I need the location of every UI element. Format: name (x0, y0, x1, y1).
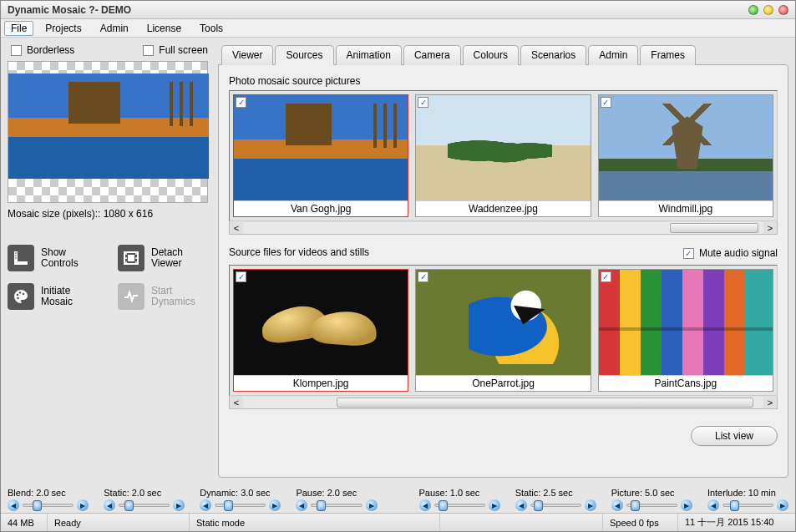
photo-sources-label: Photo mosaic source pictures (229, 75, 778, 87)
slider-static1-left-icon[interactable]: ◀ (104, 499, 115, 511)
tab-frames[interactable]: Frames (640, 45, 696, 65)
borderless-checkbox[interactable] (11, 45, 22, 56)
video-thumb-paintcans[interactable]: ✓ PaintCans.jpg (598, 269, 773, 392)
title-bar: Dynamic Mosaic ?- DEMO (1, 1, 795, 19)
scroll-left-icon[interactable]: < (230, 223, 243, 233)
slider-interlude-right-icon[interactable]: ▶ (777, 499, 788, 511)
photo-scroll-thumb[interactable] (670, 223, 758, 233)
photo-check-2[interactable]: ✓ (601, 97, 611, 108)
ruler-icon (8, 245, 34, 271)
video-scrollbar[interactable]: < > (229, 396, 778, 409)
tab-colours[interactable]: Colours (463, 45, 519, 65)
sliders-row: Blend: 2.0 sec ◀ ▶ Static: 2.0 sec ◀ ▶ D… (1, 484, 795, 513)
content-area: Borderless Full screen Mosaic size (pixe… (1, 38, 795, 484)
right-panel: Viewer Sources Animation Camera Colours … (218, 44, 788, 478)
photo-image-0 (234, 95, 408, 200)
svg-point-5 (125, 257, 127, 259)
slider-static2-left-icon[interactable]: ◀ (515, 499, 527, 511)
slider-static1: Static: 2.0 sec ◀ ▶ (104, 488, 185, 511)
svg-point-11 (19, 291, 22, 294)
svg-point-13 (17, 297, 19, 300)
slider-pause1-left-icon[interactable]: ◀ (296, 499, 307, 511)
slider-picture-left-icon[interactable]: ◀ (611, 499, 623, 511)
slider-dynamic-track[interactable] (215, 504, 266, 507)
menu-license[interactable]: License (140, 21, 188, 36)
tab-sources[interactable]: Sources (275, 45, 333, 65)
tab-admin[interactable]: Admin (588, 45, 638, 65)
slider-pause2-track[interactable] (434, 504, 485, 507)
tab-camera[interactable]: Camera (403, 45, 461, 65)
scroll-right-icon[interactable]: > (763, 398, 777, 408)
tab-scenarios[interactable]: Scenarios (520, 45, 586, 65)
menu-bar: File Projects Admin License Tools (1, 19, 795, 38)
slider-static1-right-icon[interactable]: ▶ (173, 499, 185, 511)
slider-static2: Static: 2.5 sec ◀ ▶ (515, 488, 596, 511)
mute-audio-checkbox[interactable]: ✓ (683, 248, 694, 259)
start-dynamics-label-2: Dynamics (151, 296, 195, 307)
slider-pause2-label: Pause: 1.0 sec (419, 488, 500, 498)
photo-scrollbar[interactable]: < > (229, 221, 778, 235)
slider-static2-track[interactable] (530, 504, 581, 507)
slider-static1-track[interactable] (119, 504, 170, 507)
photo-thumb-windmill[interactable]: ✓ Windmill.jpg (598, 94, 773, 217)
video-scroll-thumb[interactable] (337, 398, 753, 408)
slider-static2-label: Static: 2.5 sec (515, 488, 596, 498)
start-dynamics-button[interactable]: Start Dynamics (118, 283, 211, 310)
video-check-2[interactable]: ✓ (601, 271, 611, 282)
slider-dynamic: Dynamic: 3.0 sec ◀ ▶ (200, 488, 281, 511)
svg-point-6 (125, 261, 127, 263)
menu-file[interactable]: File (4, 21, 33, 36)
detach-viewer-button[interactable]: Detach Viewer (118, 245, 211, 271)
slider-blend-label: Blend: 2.0 sec (8, 488, 89, 498)
video-thumb-klompen[interactable]: ✓ Klompen.jpg (233, 269, 408, 392)
photo-caption-2: Windmill.jpg (599, 200, 773, 216)
slider-picture-track[interactable] (626, 504, 677, 507)
slider-picture-right-icon[interactable]: ▶ (681, 499, 692, 511)
status-bar: 44 MB Ready Static mode Speed 0 fps 11 十… (1, 513, 795, 531)
video-check-0[interactable]: ✓ (236, 271, 246, 282)
status-memory: 44 MB (1, 514, 48, 531)
svg-point-9 (135, 261, 137, 263)
slider-pause1-label: Pause: 2.0 sec (296, 488, 377, 498)
left-panel: Borderless Full screen Mosaic size (pixe… (8, 44, 211, 478)
slider-interlude-left-icon[interactable]: ◀ (707, 499, 719, 511)
scroll-left-icon[interactable]: < (230, 398, 243, 408)
slider-interlude-track[interactable] (722, 504, 773, 507)
initiate-mosaic-button[interactable]: Initiate Mosaic (8, 283, 101, 310)
video-caption-2: PaintCans.jpg (599, 375, 773, 391)
photo-thumb-waddenzee[interactable]: ✓ Waddenzee.jpg (415, 94, 591, 217)
show-controls-button[interactable]: Show Controls (8, 245, 101, 271)
mute-audio-label: Mute audio signal (699, 247, 778, 259)
scroll-right-icon[interactable]: > (763, 223, 777, 233)
video-check-1[interactable]: ✓ (418, 271, 428, 282)
minimize-button[interactable] (748, 5, 758, 15)
film-icon (118, 245, 144, 271)
list-view-button[interactable]: List view (691, 426, 778, 446)
mosaic-size-label: Mosaic size (pixels):: 1080 x 616 (8, 208, 211, 220)
menu-projects[interactable]: Projects (38, 21, 88, 36)
slider-dynamic-left-icon[interactable]: ◀ (200, 499, 211, 511)
svg-rect-1 (18, 261, 28, 265)
slider-pause1-right-icon[interactable]: ▶ (366, 499, 378, 511)
fullscreen-checkbox[interactable] (143, 45, 154, 56)
slider-pause1-track[interactable] (311, 504, 362, 507)
video-caption-0: Klompen.jpg (234, 375, 408, 391)
slider-static2-right-icon[interactable]: ▶ (585, 499, 596, 511)
slider-pause2-left-icon[interactable]: ◀ (419, 499, 431, 511)
slider-dynamic-right-icon[interactable]: ▶ (269, 499, 281, 511)
detach-viewer-label-2: Viewer (151, 258, 183, 269)
photo-thumb-vangogh[interactable]: ✓ Van Gogh.jpg (233, 94, 408, 217)
photo-check-0[interactable]: ✓ (236, 97, 246, 108)
slider-pause2-right-icon[interactable]: ▶ (489, 499, 500, 511)
tab-animation[interactable]: Animation (336, 45, 402, 65)
menu-admin[interactable]: Admin (94, 21, 135, 36)
maximize-button[interactable] (763, 5, 773, 15)
video-thumb-oneparrot[interactable]: ✓ OneParrot.jpg (415, 269, 591, 392)
slider-blend-right-icon[interactable]: ▶ (77, 499, 89, 511)
photo-check-1[interactable]: ✓ (418, 97, 428, 108)
slider-blend-left-icon[interactable]: ◀ (8, 499, 19, 511)
slider-blend-track[interactable] (23, 504, 74, 507)
close-button[interactable] (778, 5, 788, 15)
tab-viewer[interactable]: Viewer (221, 45, 273, 65)
menu-tools[interactable]: Tools (193, 21, 230, 36)
